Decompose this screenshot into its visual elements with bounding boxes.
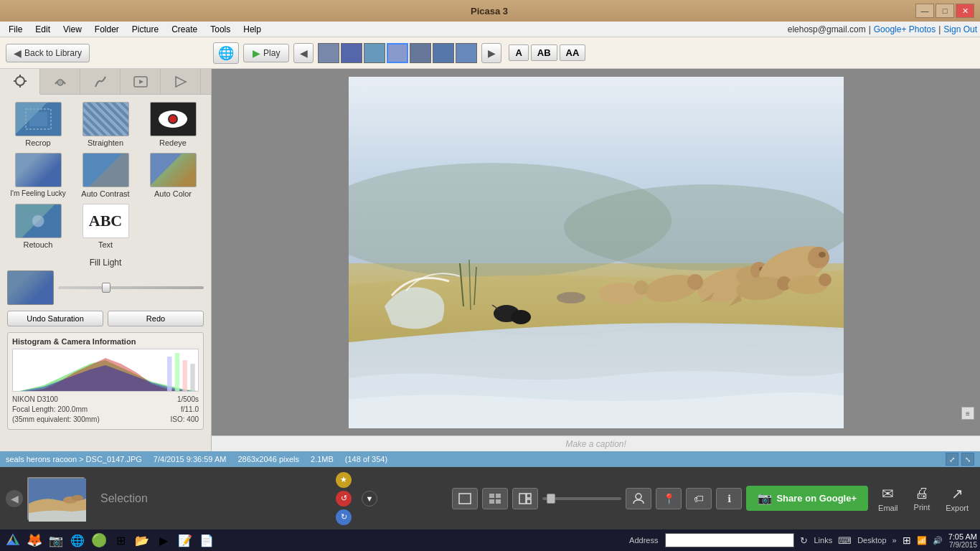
- play-button[interactable]: ▶ Play: [243, 44, 289, 62]
- time: 7:05 AM: [948, 532, 977, 541]
- fill-light-slider[interactable]: [58, 286, 204, 289]
- network-icon[interactable]: 📶: [917, 536, 927, 545]
- zoom-slider[interactable]: [542, 497, 621, 500]
- zoom-thumb[interactable]: [547, 494, 555, 504]
- menu-folder[interactable]: Folder: [89, 23, 125, 36]
- location-icon-button[interactable]: 📍: [656, 488, 682, 509]
- maximize-button[interactable]: □: [936, 4, 954, 18]
- rotate-left-button[interactable]: ↺: [336, 491, 352, 507]
- tab-export[interactable]: [161, 69, 201, 95]
- selection-label: Selection: [89, 492, 148, 505]
- thumb-6[interactable]: [433, 43, 454, 63]
- menu-tools[interactable]: Tools: [204, 23, 236, 36]
- text-tool[interactable]: ABC Text: [75, 204, 136, 249]
- taskbar-notes[interactable]: 📝: [175, 530, 195, 550]
- text-size-ab[interactable]: AB: [531, 44, 557, 61]
- auto-contrast-tool[interactable]: Auto Contrast: [75, 153, 136, 198]
- taskbar-media[interactable]: ▶: [154, 530, 174, 550]
- tag-icon-button[interactable]: 🏷: [686, 488, 712, 509]
- caption-bar[interactable]: Make a caption!: [212, 435, 980, 451]
- rotate-right-button[interactable]: ↻: [336, 509, 352, 525]
- thumb-5[interactable]: [410, 43, 431, 63]
- taskbar-chrome[interactable]: 🟢: [89, 530, 109, 550]
- grid-icon-button[interactable]: [482, 488, 508, 509]
- thumb-4-active[interactable]: [387, 43, 408, 63]
- menu-view[interactable]: View: [57, 23, 88, 36]
- star-button[interactable]: ★: [336, 472, 352, 488]
- menu-create[interactable]: Create: [166, 23, 203, 36]
- auto-color-tool[interactable]: Auto Color: [142, 153, 204, 198]
- photo-path: seals herons racoon > DSC_0147.JPG: [6, 455, 142, 463]
- photo-dimensions: 2863x2046 pixels: [237, 455, 299, 463]
- svg-point-29: [687, 274, 703, 290]
- photo-area: ≡ Make a caption!: [212, 69, 980, 451]
- feeling-lucky-tool[interactable]: I'm Feeling Lucky: [7, 153, 69, 198]
- refresh-button[interactable]: ↻: [800, 535, 808, 546]
- thumb-3[interactable]: [364, 43, 385, 63]
- taskbar-tiles[interactable]: ⊞: [110, 530, 131, 550]
- bottom-right: 📍 🏷 ℹ 📷 Share on Google+ ✉ Email 🖨 Print…: [452, 482, 974, 515]
- share-icon: 📷: [758, 491, 772, 505]
- text-size-a[interactable]: A: [509, 44, 528, 61]
- text-size-aa[interactable]: AA: [560, 44, 586, 61]
- email-button[interactable]: ✉ Email: [872, 482, 904, 515]
- menu-picture[interactable]: Picture: [126, 23, 164, 36]
- thumb-2[interactable]: [341, 43, 362, 63]
- recrop-tool[interactable]: Recrop: [7, 102, 69, 147]
- address-bar[interactable]: [665, 533, 794, 547]
- thumb-7[interactable]: [456, 43, 477, 63]
- windows-icon[interactable]: ⊞: [903, 534, 911, 546]
- print-button[interactable]: 🖨 Print: [908, 482, 936, 514]
- back-to-library-button[interactable]: ◀ Back to Library: [6, 44, 90, 62]
- tab-tuning[interactable]: [40, 69, 80, 95]
- volume-icon[interactable]: 🔊: [933, 536, 943, 545]
- taskbar-document[interactable]: 📄: [197, 530, 217, 550]
- expand-taskbar-icon[interactable]: »: [892, 536, 897, 545]
- sign-out-link[interactable]: Sign Out: [943, 24, 977, 34]
- close-button[interactable]: ✕: [956, 4, 974, 18]
- zoom-track[interactable]: [542, 497, 621, 500]
- tab-face-movie[interactable]: [121, 69, 161, 95]
- compress-icon[interactable]: ⤡: [961, 453, 974, 466]
- go-back-button[interactable]: ◀: [6, 490, 23, 507]
- google-photos-link[interactable]: Google+ Photos: [874, 24, 936, 34]
- info-icon-button[interactable]: ℹ: [716, 488, 742, 509]
- taskbar-ie[interactable]: 🌐: [67, 530, 88, 550]
- fill-light-thumb[interactable]: [102, 283, 110, 293]
- taskbar-firefox[interactable]: 🦊: [24, 530, 44, 550]
- web-button[interactable]: 🌐: [213, 42, 239, 64]
- thumb-1[interactable]: [318, 43, 339, 63]
- taskbar-picasa[interactable]: 📷: [46, 530, 66, 550]
- window-controls[interactable]: — □ ✕: [915, 4, 974, 18]
- retouch-tool[interactable]: Retouch: [7, 204, 69, 249]
- menu-bar: File Edit View Folder Picture Create Too…: [0, 22, 980, 37]
- export-button[interactable]: ↗ Export: [940, 482, 974, 515]
- prev-photo-button[interactable]: ◀: [293, 43, 314, 63]
- caption-scroll-button[interactable]: ≡: [961, 407, 974, 420]
- share-google-button[interactable]: 📷 Share on Google+: [746, 486, 868, 511]
- bottom-thumbnail[interactable]: [27, 477, 85, 520]
- menu-help[interactable]: Help: [237, 23, 267, 36]
- tab-basic-fixes[interactable]: [0, 69, 40, 95]
- crop-icon-button[interactable]: [452, 488, 478, 509]
- collage-icon-button[interactable]: [512, 488, 538, 509]
- taskbar-google-drive[interactable]: [3, 530, 23, 550]
- minimize-button[interactable]: —: [915, 4, 934, 18]
- people-icon-button[interactable]: [626, 488, 651, 509]
- menu-file[interactable]: File: [3, 23, 28, 36]
- focal-35mm: (35mm equivalent: 300mm): [12, 415, 100, 425]
- menu-edit[interactable]: Edit: [29, 23, 56, 36]
- tab-effects[interactable]: [80, 69, 121, 95]
- expand-icon[interactable]: ⤢: [946, 453, 958, 466]
- undo-button[interactable]: Undo Saturation: [7, 311, 103, 326]
- clock[interactable]: 7:05 AM 7/9/2015: [948, 532, 977, 549]
- straighten-label: Straighten: [88, 138, 123, 147]
- next-photo-button[interactable]: ▶: [481, 43, 501, 63]
- redo-button[interactable]: Redo: [108, 311, 204, 326]
- keyboard-icon[interactable]: ⌨: [838, 535, 852, 546]
- straighten-tool[interactable]: Straighten: [75, 102, 136, 147]
- taskbar-filemanager[interactable]: 📂: [132, 530, 152, 550]
- redeye-tool[interactable]: Redeye: [142, 102, 204, 147]
- download-button[interactable]: ▼: [362, 491, 377, 507]
- fill-light-preview: [7, 270, 54, 305]
